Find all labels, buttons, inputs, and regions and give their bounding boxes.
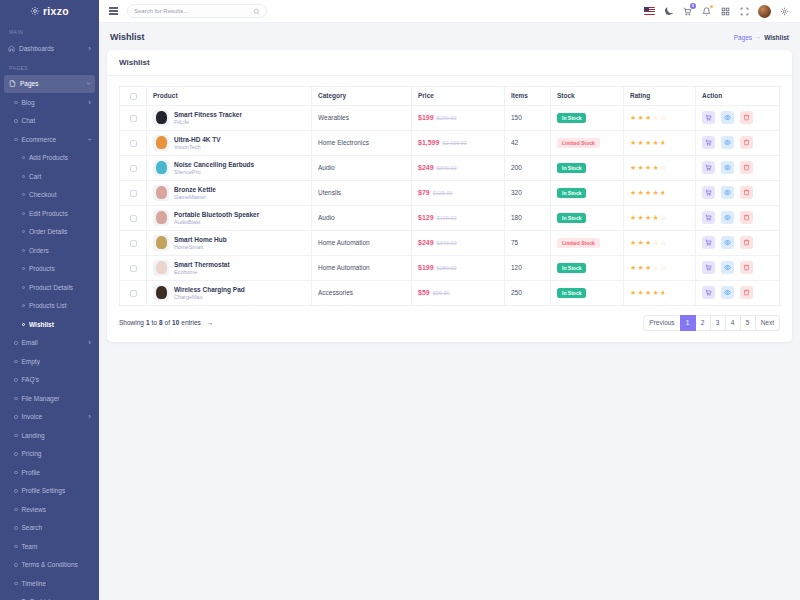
add-to-cart-button[interactable] — [702, 236, 715, 249]
star-icon: ★ — [630, 139, 638, 147]
dark-mode-moon-icon[interactable] — [663, 6, 674, 17]
add-to-cart-button[interactable] — [702, 186, 715, 199]
sidebar-item-landing[interactable]: Landing — [0, 426, 99, 445]
bullet-icon — [14, 471, 18, 475]
sidebar-item-profile-settings[interactable]: Profile Settings — [0, 482, 99, 501]
view-button[interactable] — [721, 286, 734, 299]
delete-button[interactable] — [740, 161, 753, 174]
sidebar-item-blog[interactable]: Blog› — [0, 93, 99, 112]
view-button[interactable] — [721, 111, 734, 124]
row-checkbox[interactable] — [130, 140, 137, 147]
menu-toggle-icon[interactable] — [109, 7, 118, 14]
delete-button[interactable] — [740, 111, 753, 124]
sidebar-item-faq-s[interactable]: FAQ's — [0, 371, 99, 390]
add-to-cart-button[interactable] — [702, 261, 715, 274]
sidebar-item-edit-products[interactable]: Edit Products — [0, 204, 99, 223]
add-to-cart-button[interactable] — [702, 111, 715, 124]
breadcrumb: Pages → Wishlist — [734, 34, 789, 41]
sidebar-item-dashboards[interactable]: Dashboards › — [0, 39, 99, 58]
sidebar-item-profile[interactable]: Profile — [0, 463, 99, 482]
sidebar-item-checkout[interactable]: Checkout — [0, 186, 99, 205]
row-checkbox[interactable] — [130, 115, 137, 122]
delete-button[interactable] — [740, 286, 753, 299]
sidebar-item-wishlist[interactable]: Wishlist — [0, 315, 99, 334]
view-button[interactable] — [721, 161, 734, 174]
sidebar-item-products-list[interactable]: Products List — [0, 297, 99, 316]
language-flag-icon[interactable] — [644, 7, 655, 15]
sidebar-item-ecommerce[interactable]: Ecommerce› — [0, 130, 99, 149]
select-all-checkbox[interactable] — [130, 93, 137, 100]
product-price: $249 — [418, 239, 434, 246]
sidebar-item-file-manager[interactable]: File Manager — [0, 389, 99, 408]
sidebar-item-add-products[interactable]: Add Products — [0, 149, 99, 168]
sidebar-item-reviews[interactable]: Reviews — [0, 500, 99, 519]
sidebar-item-pricing[interactable]: Pricing — [0, 445, 99, 464]
view-button[interactable] — [721, 211, 734, 224]
view-button[interactable] — [721, 261, 734, 274]
pagination-page-5[interactable]: 5 — [740, 315, 756, 331]
delete-button[interactable] — [740, 236, 753, 249]
row-checkbox[interactable] — [130, 290, 137, 297]
sidebar-item-empty[interactable]: Empty — [0, 352, 99, 371]
star-icon: ★ — [638, 114, 646, 122]
row-checkbox[interactable] — [130, 190, 137, 197]
rating-stars: ★★★★☆★ — [630, 189, 668, 197]
product-image — [153, 235, 169, 251]
pagination-page-1[interactable]: 1 — [680, 315, 696, 331]
row-checkbox[interactable] — [130, 215, 137, 222]
add-to-cart-button[interactable] — [702, 286, 715, 299]
bullet-icon — [22, 286, 25, 289]
sidebar-item-search[interactable]: Search — [0, 519, 99, 538]
row-checkbox[interactable] — [130, 265, 137, 272]
add-to-cart-button[interactable] — [702, 211, 715, 224]
row-checkbox[interactable] — [130, 165, 137, 172]
add-to-cart-button[interactable] — [702, 136, 715, 149]
view-button[interactable] — [721, 186, 734, 199]
avatar[interactable] — [758, 5, 771, 18]
sidebar-item-cart[interactable]: Cart — [0, 167, 99, 186]
rating-stars: ★★★★☆★ — [630, 139, 668, 147]
sidebar-item-to-do-list[interactable]: To Do List — [0, 593, 99, 600]
cart-icon[interactable]: 0 — [682, 6, 693, 17]
view-button[interactable] — [721, 136, 734, 149]
search-input[interactable] — [134, 8, 253, 14]
cart-badge: 0 — [690, 3, 697, 10]
sidebar-item-invoice[interactable]: Invoice› — [0, 408, 99, 427]
sidebar-item-chat[interactable]: Chat — [0, 112, 99, 131]
sidebar-item-timeline[interactable]: Timeline — [0, 574, 99, 593]
stock-badge: Limited Stock — [557, 138, 600, 148]
search-box[interactable] — [127, 4, 267, 18]
sidebar-item-product-details[interactable]: Product Details — [0, 278, 99, 297]
star-icon: ☆★ — [660, 289, 668, 297]
delete-button[interactable] — [740, 136, 753, 149]
sidebar-item-order-details[interactable]: Order Details — [0, 223, 99, 242]
notifications-bell-icon[interactable] — [701, 6, 712, 17]
delete-button[interactable] — [740, 186, 753, 199]
apps-grid-icon[interactable] — [720, 6, 731, 17]
delete-button[interactable] — [740, 261, 753, 274]
pagination-previous[interactable]: Previous — [643, 315, 680, 331]
brand[interactable]: rixzo — [0, 0, 99, 22]
bullet-icon — [14, 138, 18, 142]
breadcrumb-parent[interactable]: Pages — [734, 34, 752, 41]
pagination-next[interactable]: Next — [755, 315, 780, 331]
sidebar-item-products[interactable]: Products — [0, 260, 99, 279]
sidebar-item-email[interactable]: Email› — [0, 334, 99, 353]
sidebar-item-orders[interactable]: Orders — [0, 241, 99, 260]
page-title: Wishlist — [110, 32, 144, 42]
fullscreen-icon[interactable] — [739, 6, 750, 17]
bullet-icon — [22, 175, 25, 178]
view-button[interactable] — [721, 236, 734, 249]
sidebar-item-team[interactable]: Team — [0, 537, 99, 556]
row-checkbox[interactable] — [130, 240, 137, 247]
sidebar-item-terms-conditions[interactable]: Terms & Conditions — [0, 556, 99, 575]
settings-gear-icon[interactable] — [779, 6, 790, 17]
product-items: 75 — [505, 230, 551, 255]
pagination-page-4[interactable]: 4 — [725, 315, 741, 331]
delete-button[interactable] — [740, 211, 753, 224]
add-to-cart-button[interactable] — [702, 161, 715, 174]
sidebar-item-pages[interactable]: Pages › — [4, 75, 95, 94]
pagination-page-3[interactable]: 3 — [710, 315, 726, 331]
pagination-page-2[interactable]: 2 — [695, 315, 711, 331]
product-items: 320 — [505, 180, 551, 205]
